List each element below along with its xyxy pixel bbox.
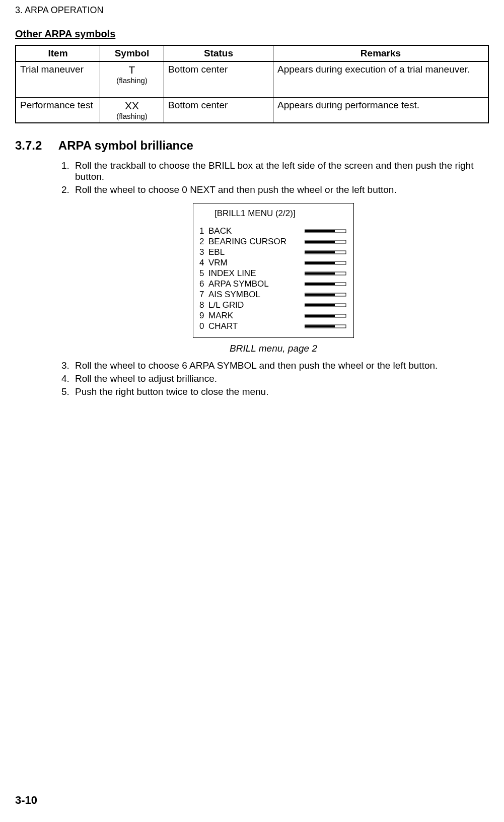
symbol-note: (flashing) [104, 76, 160, 85]
slider-icon [305, 324, 347, 329]
menu-label: MARK [208, 310, 303, 321]
symbol-note: (flashing) [104, 112, 160, 120]
menu-num: 5 [199, 268, 208, 279]
step-item: Roll the wheel to choose 6 ARPA SYMBOL a… [72, 360, 489, 371]
steps-list-b: Roll the wheel to choose 6 ARPA SYMBOL a… [58, 360, 489, 397]
slider-icon [305, 239, 347, 244]
slider-icon [305, 260, 347, 265]
step-item: Roll the wheel to choose 0 NEXT and then… [72, 184, 489, 195]
svg-rect-0 [305, 230, 335, 232]
slider-icon [305, 271, 347, 276]
page-number: 3-10 [15, 794, 37, 807]
section-number: 3.7.2 [15, 139, 42, 152]
menu-num: 3 [199, 247, 208, 257]
cell-item: Trial maneuver [16, 61, 100, 98]
figure-caption: BRILL menu, page 2 [58, 343, 489, 354]
menu-row: 3 EBL [199, 247, 347, 257]
symbols-table: Item Symbol Status Remarks Trial maneuve… [15, 45, 489, 123]
menu-label: BEARING CURSOR [208, 236, 303, 247]
cell-item: Performance test [16, 98, 100, 123]
menu-row: 5 INDEX LINE [199, 268, 347, 279]
slider-icon [305, 229, 347, 234]
symbol-main: XX [104, 100, 160, 112]
subsection-title: Other ARPA symbols [15, 28, 489, 40]
menu-row: 9 MARK [199, 310, 347, 321]
menu-label: VRM [208, 257, 303, 268]
chapter-header: 3. ARPA OPERATION [15, 5, 489, 16]
menu-num: 0 [199, 321, 208, 331]
menu-row: 7 AIS SYMBOL [199, 289, 347, 300]
svg-rect-18 [305, 325, 335, 327]
menu-num: 6 [199, 279, 208, 289]
menu-num: 2 [199, 236, 208, 247]
slider-icon [305, 313, 347, 318]
steps-list-a: Roll the trackball to choose the BRILL b… [58, 160, 489, 195]
step-item: Roll the trackball to choose the BRILL b… [72, 160, 489, 182]
menu-label: ARPA SYMBOL [208, 279, 303, 289]
svg-rect-6 [305, 262, 335, 264]
th-item: Item [16, 45, 100, 61]
menu-row: 0 CHART [199, 321, 347, 331]
cell-remarks: Appears during execution of a trial mane… [273, 61, 489, 98]
svg-rect-8 [305, 272, 335, 275]
slider-icon [305, 282, 347, 287]
table-row: Performance test XX (flashing) Bottom ce… [16, 98, 488, 123]
svg-rect-2 [305, 241, 335, 243]
svg-rect-14 [305, 304, 335, 306]
slider-icon [305, 250, 347, 255]
menu-num: 1 [199, 226, 208, 236]
menu-num: 4 [199, 257, 208, 268]
brill-menu-box: [BRILL1 MENU (2/2)] 1 BACK 2 BEARING CUR… [193, 203, 354, 338]
symbol-main: T [104, 64, 160, 76]
cell-status: Bottom center [164, 98, 273, 123]
cell-symbol: XX (flashing) [100, 98, 164, 123]
menu-label: CHART [208, 321, 303, 331]
menu-row: 1 BACK [199, 226, 347, 236]
menu-label: EBL [208, 247, 303, 257]
th-remarks: Remarks [273, 45, 489, 61]
svg-rect-12 [305, 294, 335, 296]
svg-rect-4 [305, 251, 335, 253]
menu-label: BACK [208, 226, 303, 236]
step-item: Roll the wheel to adjust brilliance. [72, 373, 489, 384]
cell-remarks: Appears during performance test. [273, 98, 489, 123]
svg-rect-10 [305, 283, 335, 285]
step-item: Push the right button twice to close the… [72, 386, 489, 397]
cell-status: Bottom center [164, 61, 273, 98]
menu-row: 6 ARPA SYMBOL [199, 279, 347, 289]
th-symbol: Symbol [100, 45, 164, 61]
menu-row: 2 BEARING CURSOR [199, 236, 347, 247]
slider-icon [305, 292, 347, 297]
menu-label: L/L GRID [208, 300, 303, 310]
section-title: ARPA symbol brilliance [58, 139, 193, 152]
menu-label: INDEX LINE [208, 268, 303, 279]
menu-row: 8 L/L GRID [199, 300, 347, 310]
menu-num: 8 [199, 300, 208, 310]
menu-label: AIS SYMBOL [208, 289, 303, 300]
menu-num: 9 [199, 310, 208, 321]
cell-symbol: T (flashing) [100, 61, 164, 98]
svg-rect-16 [305, 315, 335, 317]
th-status: Status [164, 45, 273, 61]
section-heading: 3.7.2 ARPA symbol brilliance [15, 139, 489, 153]
table-row: Trial maneuver T (flashing) Bottom cente… [16, 61, 488, 98]
menu-num: 7 [199, 289, 208, 300]
menu-title: [BRILL1 MENU (2/2)] [214, 209, 347, 219]
menu-row: 4 VRM [199, 257, 347, 268]
slider-icon [305, 303, 347, 308]
